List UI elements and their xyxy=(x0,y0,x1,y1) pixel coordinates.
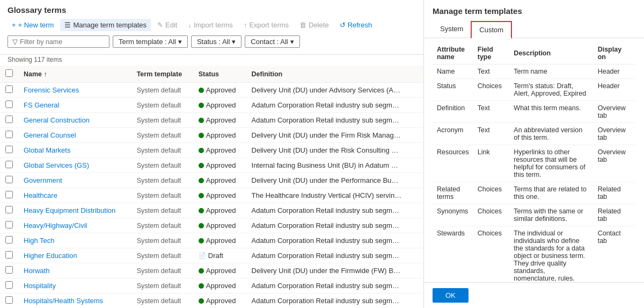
table-row: Heavy Equipment Distribution System defa… xyxy=(0,203,423,218)
refresh-button[interactable]: ↺ Refresh xyxy=(335,19,377,31)
status-approved: Approved xyxy=(199,161,241,169)
table-row: Healthcare System default Approved The H… xyxy=(0,188,423,203)
approved-dot xyxy=(199,208,204,213)
row-checkbox[interactable] xyxy=(5,85,13,93)
filter-input-wrapper: ▽ xyxy=(8,35,109,48)
table-row: Global Services (GS) System default Appr… xyxy=(0,158,423,173)
table-row: High Tech System default Approved Adatum… xyxy=(0,233,423,248)
desc-cell: Terms that are related to this one. xyxy=(509,182,593,204)
new-term-button[interactable]: + + New term xyxy=(8,19,58,31)
definition-text: The Healthcare Industry Vertical (HCIV) … xyxy=(252,191,402,199)
contact-filter[interactable]: Contact : All ▾ xyxy=(245,35,299,48)
row-checkbox[interactable] xyxy=(5,116,13,123)
approved-dot xyxy=(199,238,204,243)
filter-icon: ▽ xyxy=(12,38,18,46)
term-link[interactable]: Heavy Equipment Distribution xyxy=(24,206,115,214)
table-row: Horwath System default Approved Delivery… xyxy=(0,263,423,278)
manage-templates-button[interactable]: ☰ Manage term templates xyxy=(60,19,151,31)
table-row: Hospitality System default Approved Adat… xyxy=(0,278,423,293)
field-type-cell: Text xyxy=(473,65,510,79)
term-link[interactable]: Heavy/Highway/Civil xyxy=(24,221,87,230)
row-checkbox[interactable] xyxy=(5,281,13,289)
attributes-table-container[interactable]: Attribute name Field type Description Di… xyxy=(424,42,644,282)
term-link[interactable]: Hospitals/Health Systems xyxy=(24,297,103,305)
field-type-cell: Text xyxy=(473,123,510,145)
approved-dot xyxy=(199,178,204,183)
attr-row: Acronym Text An abbreviated version of t… xyxy=(433,123,635,145)
attr-row: Resources Link Hyperlinks to other resou… xyxy=(433,145,635,182)
term-link[interactable]: Global Services (GS) xyxy=(24,161,89,169)
row-checkbox[interactable] xyxy=(5,131,13,138)
chip-dropdown-icon: ▾ xyxy=(290,38,294,46)
display-on-cell: Related tab xyxy=(594,182,635,204)
term-link[interactable]: Forensic Services xyxy=(24,86,79,94)
glossary-table-container[interactable]: Name ↑ Term template Status Definition F… xyxy=(0,66,423,308)
field-type-cell: Text xyxy=(473,101,510,123)
term-link[interactable]: Higher Education xyxy=(24,252,77,260)
term-link[interactable]: High Tech xyxy=(24,237,55,245)
col-field-type: Field type xyxy=(473,42,510,65)
status-draft: 📄Draft xyxy=(199,252,241,260)
row-checkbox[interactable] xyxy=(5,251,13,259)
term-link[interactable]: General Construction xyxy=(24,116,90,124)
edit-button[interactable]: ✎ Edit xyxy=(153,19,181,31)
attr-name-cell: Related terms xyxy=(433,182,473,204)
row-checkbox[interactable] xyxy=(5,176,13,183)
export-terms-button[interactable]: ↑ Export terms xyxy=(239,19,293,31)
row-checkbox[interactable] xyxy=(5,206,13,213)
field-type-cell: Link xyxy=(473,145,510,182)
left-header: Glossary terms + + New term ☰ Manage ter… xyxy=(0,0,423,55)
filter-by-name-input[interactable] xyxy=(20,38,105,46)
tab-custom[interactable]: Custom xyxy=(471,21,512,39)
display-on-cell: Header xyxy=(594,79,635,101)
row-checkbox[interactable] xyxy=(5,161,13,168)
term-template-filter[interactable]: Term template : All ▾ xyxy=(113,35,188,48)
import-terms-button[interactable]: ↓ Import terms xyxy=(184,19,237,31)
toolbar: + + New term ☰ Manage term templates ✎ E… xyxy=(8,19,416,31)
status-filter[interactable]: Status : All ▾ xyxy=(191,35,241,48)
term-link[interactable]: FS General xyxy=(24,101,59,109)
select-all-checkbox[interactable] xyxy=(5,69,13,77)
term-link[interactable]: General Counsel xyxy=(24,131,76,139)
status-approved: Approved xyxy=(199,176,241,184)
template-icon: ☰ xyxy=(64,21,71,29)
desc-cell: The individual or individuals who define… xyxy=(509,226,593,283)
field-type-cell: Choices xyxy=(473,79,510,101)
row-checkbox[interactable] xyxy=(5,146,13,153)
tab-system[interactable]: System xyxy=(433,21,471,38)
delete-button[interactable]: 🗑 Delete xyxy=(295,19,333,31)
display-on-cell: Contact tab xyxy=(594,226,635,283)
row-checkbox[interactable] xyxy=(5,221,13,228)
attr-row: Name Text Term name Header xyxy=(433,65,635,79)
definition-text: Delivery Unit (DU) under Advisory Servic… xyxy=(252,86,402,94)
definition-text: Adatum Corporation Retail industry sub s… xyxy=(252,206,402,214)
status-approved: Approved xyxy=(199,267,241,275)
col-definition: Definition xyxy=(246,66,423,83)
term-link[interactable]: Healthcare xyxy=(24,191,57,199)
definition-text: Adatum Corporation Retail industry sub s… xyxy=(252,282,402,290)
status-approved: Approved xyxy=(199,116,241,124)
status-approved: Approved xyxy=(199,86,241,94)
row-checkbox[interactable] xyxy=(5,236,13,243)
term-link[interactable]: Global Markets xyxy=(24,146,70,154)
approved-dot xyxy=(199,148,204,153)
row-checkbox[interactable] xyxy=(5,266,13,274)
row-checkbox[interactable] xyxy=(5,296,13,304)
ok-button[interactable]: OK xyxy=(433,288,469,303)
term-link[interactable]: Horwath xyxy=(24,267,49,275)
right-panel: Manage term templates System Custom Attr… xyxy=(424,0,644,308)
term-link[interactable]: Government xyxy=(24,176,62,184)
definition-text: Delivery Unit (DU) under the Performance… xyxy=(252,176,402,184)
desc-cell: An abbreviated version of this term. xyxy=(509,123,593,145)
attr-name-cell: Status xyxy=(433,79,473,101)
table-row: Global Markets System default Approved D… xyxy=(0,143,423,158)
definition-text: Adatum Corporation Retail industry sub s… xyxy=(252,221,402,230)
row-checkbox[interactable] xyxy=(5,191,13,198)
definition-text: Adatum Corporation Retail industry sub s… xyxy=(252,116,402,124)
term-link[interactable]: Hospitality xyxy=(24,282,56,290)
approved-dot xyxy=(199,193,204,198)
plus-icon: + xyxy=(12,21,16,29)
row-checkbox[interactable] xyxy=(5,101,13,108)
right-header: Manage term templates xyxy=(424,0,644,21)
table-row: FS General System default Approved Adatu… xyxy=(0,98,423,113)
